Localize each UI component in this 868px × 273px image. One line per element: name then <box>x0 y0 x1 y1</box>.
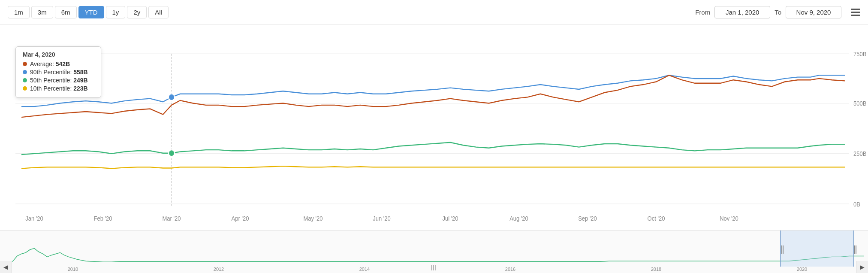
svg-text:May '20: May '20 <box>303 215 323 222</box>
btn-3m[interactable]: 3m <box>31 6 53 18</box>
svg-text:Aug '20: Aug '20 <box>509 215 528 222</box>
main-chart-area: 750B 500B 250B 0B Jan '20 Feb '20 Mar '2… <box>0 25 868 230</box>
btn-1y[interactable]: 1y <box>106 6 126 18</box>
svg-text:Jun '20: Jun '20 <box>373 215 391 222</box>
svg-text:Mar '20: Mar '20 <box>163 215 181 222</box>
btn-all[interactable]: All <box>148 6 169 18</box>
svg-text:Jan '20: Jan '20 <box>25 215 43 222</box>
svg-text:Jul '20: Jul '20 <box>442 215 458 222</box>
btn-2y[interactable]: 2y <box>127 6 147 18</box>
svg-text:750B: 750B <box>853 51 866 58</box>
date-range: From To <box>695 6 860 18</box>
svg-text:500B: 500B <box>853 100 866 107</box>
scroll-left-button[interactable]: ◀ <box>0 261 12 273</box>
svg-text:Sep '20: Sep '20 <box>578 215 597 222</box>
svg-text:2020: 2020 <box>797 267 807 272</box>
btn-ytd[interactable]: YTD <box>78 6 104 18</box>
svg-text:2012: 2012 <box>214 267 224 272</box>
mini-chart[interactable]: 2010 2012 2014 2016 2018 2020 ◀ ▶ ||| <box>0 230 868 273</box>
svg-text:Feb '20: Feb '20 <box>94 215 112 222</box>
svg-text:Apr '20: Apr '20 <box>232 215 249 222</box>
to-date-input[interactable] <box>786 6 841 18</box>
svg-point-20 <box>169 94 175 100</box>
menu-icon[interactable] <box>851 9 860 16</box>
btn-1m[interactable]: 1m <box>8 6 30 18</box>
svg-text:2014: 2014 <box>359 267 370 272</box>
svg-text:2018: 2018 <box>651 267 661 272</box>
svg-rect-28 <box>781 231 853 267</box>
from-date-input[interactable] <box>714 6 770 18</box>
top-bar: 1m 3m 6m YTD 1y 2y All From To <box>0 0 868 25</box>
svg-text:250B: 250B <box>853 151 866 158</box>
main-container: 1m 3m 6m YTD 1y 2y All From To <box>0 0 868 273</box>
time-buttons: 1m 3m 6m YTD 1y 2y All <box>8 6 169 18</box>
svg-text:Nov '20: Nov '20 <box>720 215 738 222</box>
btn-6m[interactable]: 6m <box>55 6 77 18</box>
svg-text:2016: 2016 <box>505 267 515 272</box>
svg-point-21 <box>169 150 175 156</box>
drag-handle-label: ||| <box>431 264 437 270</box>
to-label: To <box>775 9 781 16</box>
main-chart-svg: 750B 500B 250B 0B Jan '20 Feb '20 Mar '2… <box>0 25 868 230</box>
svg-text:Oct '20: Oct '20 <box>648 215 665 222</box>
from-label: From <box>695 9 710 16</box>
svg-text:0B: 0B <box>853 201 860 208</box>
scroll-right-button[interactable]: ▶ <box>856 261 868 273</box>
svg-text:2010: 2010 <box>68 267 78 272</box>
